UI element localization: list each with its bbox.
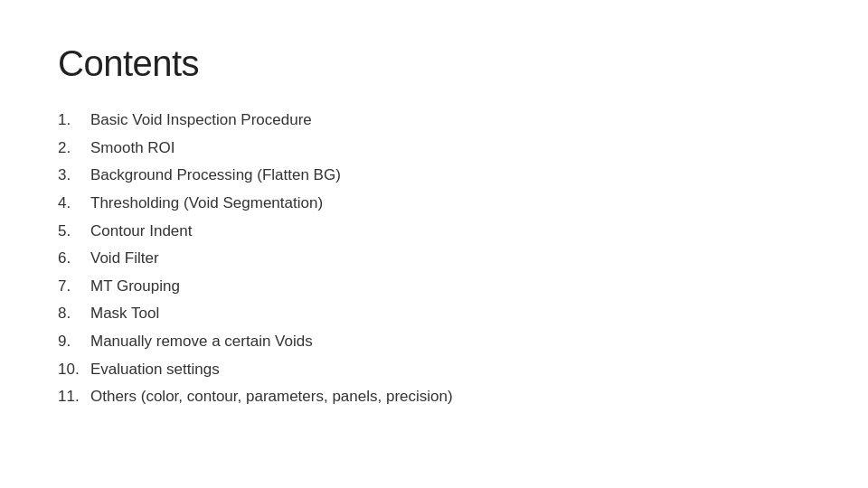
- list-text: Others (color, contour, parameters, pane…: [90, 386, 453, 408]
- list-number: 5.: [58, 221, 90, 243]
- list-item: 11.Others (color, contour, parameters, p…: [58, 386, 810, 408]
- list-item: 5.Contour Indent: [58, 221, 810, 243]
- list-item: 4.Thresholding (Void Segmentation): [58, 192, 810, 215]
- list-number: 11.: [58, 386, 90, 408]
- list-item: 9.Manually remove a certain Voids: [58, 331, 810, 353]
- list-number: 10.: [58, 359, 90, 381]
- list-text: MT Grouping: [90, 276, 180, 298]
- list-number: 2.: [58, 137, 90, 160]
- list-text: Thresholding (Void Segmentation): [90, 192, 323, 215]
- list-number: 3.: [58, 164, 90, 187]
- list-item: 10.Evaluation settings: [58, 359, 810, 381]
- list-item: 2.Smooth ROI: [58, 137, 810, 160]
- list-item: 8.Mask Tool: [58, 303, 810, 325]
- list-item: 3.Background Processing (Flatten BG): [58, 164, 810, 187]
- list-text: Contour Indent: [90, 221, 192, 243]
- slide-title: Contents: [58, 43, 810, 84]
- list-text: Void Filter: [90, 248, 159, 270]
- slide: Contents 1.Basic Void Inspection Procedu…: [0, 0, 868, 488]
- list-text: Mask Tool: [90, 303, 159, 325]
- list-number: 1.: [58, 109, 90, 132]
- list-number: 7.: [58, 276, 90, 298]
- list-item: 1.Basic Void Inspection Procedure: [58, 109, 810, 132]
- list-text: Smooth ROI: [90, 137, 175, 160]
- list-item: 7.MT Grouping: [58, 276, 810, 298]
- list-text: Manually remove a certain Voids: [90, 331, 313, 353]
- list-number: 6.: [58, 248, 90, 270]
- list-number: 4.: [58, 192, 90, 215]
- list-text: Basic Void Inspection Procedure: [90, 109, 312, 132]
- list-item: 6.Void Filter: [58, 248, 810, 270]
- list-text: Evaluation settings: [90, 359, 220, 381]
- contents-list: 1.Basic Void Inspection Procedure2.Smoot…: [58, 109, 810, 408]
- list-text: Background Processing (Flatten BG): [90, 164, 341, 187]
- list-number: 9.: [58, 331, 90, 353]
- list-number: 8.: [58, 303, 90, 325]
